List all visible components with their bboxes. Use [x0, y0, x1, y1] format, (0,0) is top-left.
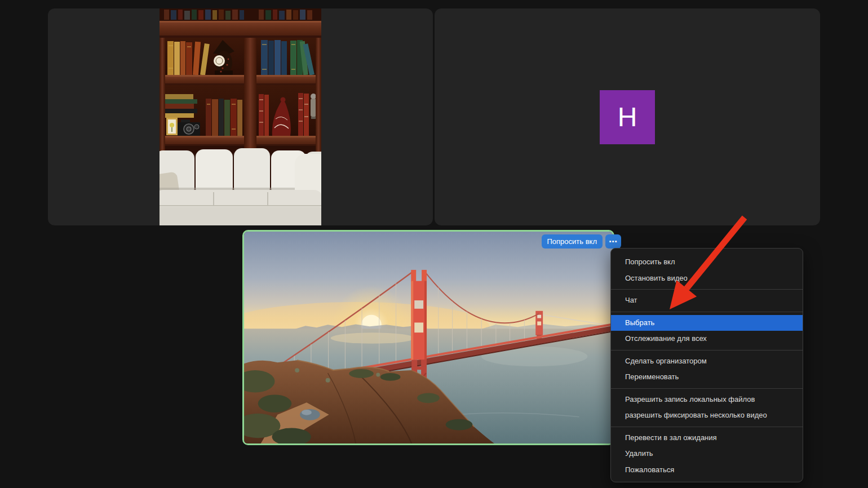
- bookshelf-video: [160, 8, 321, 225]
- ask-to-start-video-button[interactable]: Попросить вкл: [542, 234, 603, 249]
- menu-group-pin: Выбрать Отслеживание для всех: [611, 312, 803, 350]
- participant-tile-avatar[interactable]: H: [435, 8, 820, 225]
- menu-item-ask-video[interactable]: Попросить вкл: [611, 254, 803, 270]
- menu-item-allow-multi-pin[interactable]: разрешить фиксировать несколько видео: [611, 407, 803, 424]
- participant-tile-bookshelf[interactable]: [48, 8, 433, 225]
- menu-item-move-to-waiting-room[interactable]: Перевести в зал ожидания: [611, 430, 803, 446]
- picture-frame: [166, 118, 178, 135]
- white-couch: [160, 148, 321, 225]
- menu-item-rename[interactable]: Переименовать: [611, 369, 803, 385]
- menu-item-chat[interactable]: Чат: [611, 292, 803, 309]
- menu-group-roles: Сделать организатором Переименовать: [611, 350, 803, 388]
- menu-group-moderation: Перевести в зал ожидания Удалить Пожалов…: [611, 427, 803, 481]
- menu-group-permissions: Разрешить запись локальных файлов разреш…: [611, 388, 803, 427]
- menu-item-report[interactable]: Пожаловаться: [611, 462, 803, 478]
- more-options-button[interactable]: ⋯: [605, 234, 621, 249]
- bridge-illustration: [244, 232, 613, 443]
- menu-group-chat: Чат: [611, 289, 803, 312]
- bookshelf-illustration: [160, 8, 321, 225]
- menu-item-allow-local-recording[interactable]: Разрешить запись локальных файлов: [611, 392, 803, 408]
- bridge-video: [244, 232, 613, 443]
- menu-item-select[interactable]: Выбрать: [611, 315, 803, 331]
- menu-item-stop-video[interactable]: Остановить видео: [611, 270, 803, 287]
- context-menu: Попросить вкл Остановить видео Чат Выбра…: [610, 248, 803, 482]
- menu-item-spotlight-for-all[interactable]: Отслеживание для всех: [611, 331, 803, 347]
- avatar-initial: H: [618, 101, 637, 132]
- video-overlay-controls: Попросить вкл ⋯: [542, 234, 622, 249]
- participant-tile-bridge-selected[interactable]: Попросить вкл ⋯: [242, 230, 614, 445]
- avatar: H: [600, 90, 655, 144]
- menu-group-video: Попросить вкл Остановить видео: [611, 250, 803, 289]
- knight-statuette: [311, 94, 316, 119]
- menu-item-make-host[interactable]: Сделать организатором: [611, 353, 803, 370]
- menu-item-remove[interactable]: Удалить: [611, 446, 803, 462]
